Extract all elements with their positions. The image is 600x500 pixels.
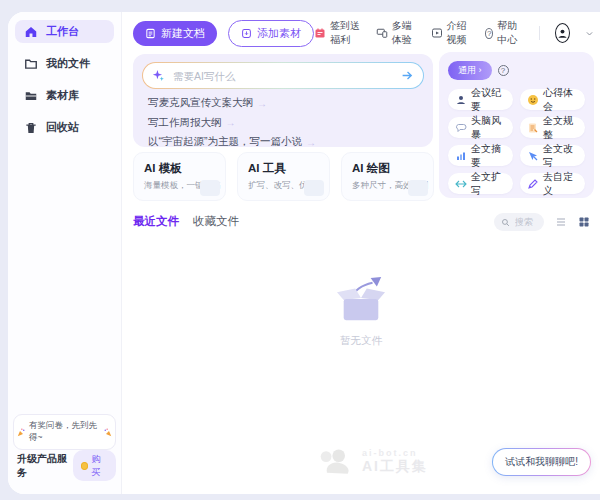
app-window: 工作台 我的文件 素材库 回收站 (8, 12, 600, 494)
card-ai-drawing[interactable]: AI 绘图 多种尺寸，高效配图 (341, 152, 434, 201)
send-icon[interactable] (401, 69, 414, 82)
watermark-title: AI工具集 (362, 458, 428, 476)
arrow-right-icon: → (257, 98, 267, 109)
tab-recent-files[interactable]: 最近文件 (133, 214, 179, 229)
multi-device-link[interactable]: 多端体验 (376, 19, 416, 47)
action-text-expand[interactable]: 全文扩写 (448, 173, 513, 194)
smiley-icon (527, 94, 539, 106)
ai-suggestion[interactable]: 写工作周报大纲 → (148, 116, 424, 130)
home-icon (24, 25, 38, 39)
card-ai-tools[interactable]: AI 工具 扩写、改写、仿写 (237, 152, 330, 201)
sidebar-item-label: 我的文件 (46, 56, 90, 71)
sidebar-item-material-library[interactable]: 素材库 (15, 84, 114, 107)
files-tabs: 最近文件 收藏文件 (133, 214, 239, 229)
chevron-down-icon[interactable] (585, 29, 594, 38)
new-document-label: 新建文档 (161, 26, 205, 41)
meeting-minutes-icon (455, 94, 467, 106)
add-material-button[interactable]: 添加素材 (228, 20, 314, 47)
signin-rewards-label: 签到送福利 (330, 19, 361, 47)
action-text-rewrite[interactable]: 全文改写 (520, 145, 585, 166)
action-text-organize[interactable]: 全文规整 (520, 117, 585, 138)
intro-video-link[interactable]: 介绍视频 (431, 19, 471, 47)
sidebar: 工作台 我的文件 素材库 回收站 (8, 12, 122, 494)
sparkle-icon (152, 69, 165, 82)
add-material-label: 添加素材 (257, 26, 301, 41)
quick-actions-panel: 通用 › ? 会议纪要 心得体会 (439, 52, 594, 198)
summary-icon (455, 150, 467, 162)
expand-arrows-icon (455, 178, 467, 190)
sidebar-item-my-files[interactable]: 我的文件 (15, 52, 114, 75)
rewrite-cursor-icon (527, 150, 539, 162)
sidebar-item-workspace[interactable]: 工作台 (15, 20, 114, 43)
category-help-icon[interactable]: ? (498, 65, 509, 76)
upgrade-service-label: 升级产品服务 (17, 452, 73, 480)
sidebar-item-label: 工作台 (46, 24, 79, 39)
buy-button[interactable]: 购买 (73, 450, 116, 481)
watermark-url: ai-bot.cn (362, 448, 428, 458)
help-center-link[interactable]: ? 帮助中心 (485, 19, 524, 47)
trash-icon (24, 121, 38, 135)
sidebar-item-label: 回收站 (46, 120, 79, 135)
ai-prompt-panel: 写麦克风宣传文案大纲 → 写工作周报大纲 → 以“宇宙起源”为主题，写一篇小说 … (133, 54, 433, 147)
chat-with-me-button[interactable]: 试试和我聊聊吧! (492, 448, 591, 476)
main-area: 新建文档 添加素材 签到送福利 多 (122, 12, 600, 494)
help-icon: ? (485, 28, 493, 39)
grid-view-icon[interactable] (578, 216, 590, 228)
search-icon (501, 218, 510, 227)
feature-cards: AI 模板 海量模板，一键成稿 AI 工具 扩写、改写、仿写 AI 绘图 多种尺… (133, 152, 434, 201)
arrow-right-icon: → (306, 137, 316, 148)
my-files-icon (24, 57, 38, 71)
tools-ghost-icon (304, 180, 324, 196)
intro-video-label: 介绍视频 (447, 19, 471, 47)
ai-suggestion-text: 以“宇宙起源”为主题，写一篇小说 (148, 135, 302, 149)
calendar-icon (314, 27, 326, 39)
action-text-summary[interactable]: 全文摘要 (448, 145, 513, 166)
buy-label: 购买 (91, 453, 108, 479)
action-customize[interactable]: 去自定义 (520, 173, 585, 194)
category-pill[interactable]: 通用 › (448, 61, 492, 80)
ai-prompt-inputbox[interactable] (142, 62, 424, 89)
signin-rewards-link[interactable]: 签到送福利 (314, 19, 361, 47)
card-title: AI 模板 (144, 161, 215, 176)
topbar-divider (539, 26, 540, 40)
template-ghost-icon (200, 180, 220, 196)
devices-icon (376, 27, 388, 39)
tab-favorite-files[interactable]: 收藏文件 (193, 214, 239, 229)
ai-suggestion[interactable]: 以“宇宙起源”为主题，写一篇小说 → (148, 135, 424, 149)
pen-icon (527, 178, 539, 190)
document-organize-icon (527, 122, 539, 134)
watermark: ai-bot.cn AI工具集 (318, 448, 428, 476)
survey-promo-banner[interactable]: 有奖问卷，先到先得~ (13, 414, 116, 450)
ai-prompt-input[interactable] (171, 69, 395, 83)
ai-suggestion[interactable]: 写麦克风宣传文案大纲 → (148, 96, 424, 110)
add-material-icon (241, 28, 252, 39)
paw-logo-icon (318, 449, 354, 475)
empty-text: 暂无文件 (340, 334, 382, 348)
ai-suggestion-text: 写工作周报大纲 (148, 116, 222, 130)
promo-text: 有奖问卷，先到先得~ (29, 420, 100, 444)
ai-suggestion-text: 写麦克风宣传文案大纲 (148, 96, 253, 110)
topbar: 新建文档 添加素材 签到送福利 多 (122, 18, 594, 48)
action-meeting-minutes[interactable]: 会议纪要 (448, 89, 513, 110)
empty-box-illustration (330, 276, 392, 326)
sidebar-item-label: 素材库 (46, 88, 79, 103)
action-brainstorm[interactable]: 头脑风暴 (448, 117, 513, 138)
video-icon (431, 27, 443, 39)
list-view-icon[interactable] (555, 216, 567, 228)
thought-bubble-icon (455, 122, 467, 134)
drawing-ghost-icon (408, 180, 428, 196)
party-popper-icon (103, 428, 112, 437)
card-title: AI 工具 (248, 161, 319, 176)
user-avatar[interactable] (555, 23, 570, 43)
material-library-icon (24, 89, 38, 103)
arrow-right-icon: → (226, 117, 236, 128)
file-search-box[interactable] (494, 213, 544, 231)
action-reflections[interactable]: 心得体会 (520, 89, 585, 110)
card-title: AI 绘图 (352, 161, 423, 176)
sidebar-item-recycle-bin[interactable]: 回收站 (15, 116, 114, 139)
card-ai-templates[interactable]: AI 模板 海量模板，一键成稿 (133, 152, 226, 201)
multi-device-label: 多端体验 (392, 19, 416, 47)
new-document-button[interactable]: 新建文档 (133, 21, 217, 46)
help-center-label: 帮助中心 (497, 19, 524, 47)
file-search-input[interactable] (513, 216, 537, 228)
